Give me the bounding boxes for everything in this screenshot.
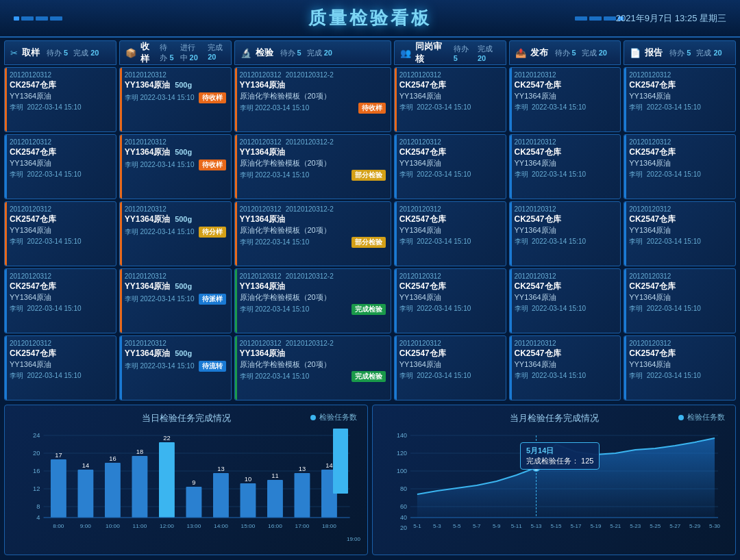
svg-marker-63 xyxy=(417,438,715,518)
card-shoucai-5[interactable]: 20120120312 YY1364原油 500g 李明 2022-03-14 … xyxy=(119,335,232,400)
cards-jianyan: 20120120312 20120120312-2 YY1364原油 原油化学检… xyxy=(234,67,391,400)
card-indicator xyxy=(5,269,7,333)
column-header-qucai: ✂ 取样 待办 5 完成 20 xyxy=(4,40,116,65)
card-indicator xyxy=(510,135,512,199)
card-baogao-4[interactable]: 20120120312 CK2547仓库 YY1364原油 李明 2022-03… xyxy=(624,268,736,333)
card-jianyan-3[interactable]: 20120120312 20120120312-2 YY1364原油 原油化学检… xyxy=(234,201,391,266)
card-qucai-5[interactable]: 20120120312 CK2547仓库 YY1364原油 李明 2022-03… xyxy=(4,335,116,400)
svg-text:14:00: 14:00 xyxy=(214,523,228,529)
svg-rect-18 xyxy=(132,456,147,518)
card-jianyan-5[interactable]: 20120120312 20120120312-2 YY1364原油 原油化学检… xyxy=(234,335,391,400)
svg-text:10: 10 xyxy=(245,476,251,483)
svg-text:5-29: 5-29 xyxy=(689,523,701,529)
col-stats-tongshen: 待办 5 完成 20 xyxy=(454,44,500,62)
card-tongshen-1[interactable]: 20120120312 CK2547仓库 YY1364原油 李明 2022-03… xyxy=(394,67,506,132)
svg-text:20: 20 xyxy=(33,450,40,457)
card-tongshen-3[interactable]: 20120120312 CK2547仓库 YY1364原油 李明 2022-03… xyxy=(394,201,506,266)
card-shoucai-2[interactable]: 20120120312 YY1364原油 500g 李明 2022-03-14 … xyxy=(119,134,232,199)
column-header-shoucai: 📦 收样 待办 5 进行中 20 完成 20 xyxy=(119,40,232,65)
svg-text:12:00: 12:00 xyxy=(160,523,174,529)
card-shoucai-3[interactable]: 20120120312 YY1364原油 500g 李明 2022-03-14 … xyxy=(119,201,232,266)
card-jianyan-1[interactable]: 20120120312 20120120312-2 YY1364原油 原油化学检… xyxy=(234,67,391,132)
scissors-icon: ✂ xyxy=(10,48,18,58)
card-indicator xyxy=(120,269,122,333)
svg-rect-47 xyxy=(333,429,348,494)
card-fabu-4[interactable]: 20120120312 CK2547仓库 YY1364原油 李明 2022-03… xyxy=(509,268,621,333)
svg-text:8: 8 xyxy=(36,503,40,510)
svg-text:5-11: 5-11 xyxy=(511,523,523,529)
svg-text:13: 13 xyxy=(299,466,306,472)
card-qucai-3[interactable]: 20120120312 CK2547仓库 YY1364原油 李明 2022-03… xyxy=(4,201,116,266)
card-qucai-4[interactable]: 20120120312 CK2547仓库 YY1364原油 李明 2022-03… xyxy=(4,268,116,333)
card-shoucai-4[interactable]: 20120120312 YY1364原油 500g 李明 2022-03-14 … xyxy=(119,268,232,333)
svg-text:5-23: 5-23 xyxy=(630,523,641,529)
card-indicator xyxy=(235,269,237,333)
cards-shoucai: 20120120312 YY1364原油 500g 李明 2022-03-14 … xyxy=(119,67,232,400)
card-qucai-2[interactable]: 20120120312 CK2547仓库 YY1364原油 李明 2022-03… xyxy=(4,134,116,199)
column-jianyan: 🔬 检验 待办 5 完成 20 20120120312 20120120312-… xyxy=(234,40,391,400)
card-indicator xyxy=(235,336,237,400)
svg-text:5-21: 5-21 xyxy=(610,523,621,529)
card-tongshen-4[interactable]: 20120120312 CK2547仓库 YY1364原油 李明 2022-03… xyxy=(394,268,506,333)
card-baogao-5[interactable]: 20120120312 CK2547仓库 YY1364原油 李明 2022-03… xyxy=(624,335,736,400)
svg-text:10:00: 10:00 xyxy=(106,523,120,529)
svg-text:9: 9 xyxy=(192,479,195,486)
card-fabu-5[interactable]: 20120120312 CK2547仓库 YY1364原油 李明 2022-03… xyxy=(509,335,621,400)
card-qucai-1[interactable]: 20120120312 CK2547仓库 YY1364原油 李明 2022-03… xyxy=(4,67,116,132)
card-baogao-3[interactable]: 20120120312 CK2547仓库 YY1364原油 李明 2022-03… xyxy=(624,201,736,266)
last-bar-svg: 19 xyxy=(330,429,357,518)
col-title-shoucai: 收样 xyxy=(140,40,153,65)
chart-daily-legend: 检验任务数 xyxy=(310,412,357,422)
card-indicator xyxy=(395,135,397,199)
card-indicator xyxy=(395,269,397,333)
card-indicator xyxy=(120,135,122,199)
svg-text:120: 120 xyxy=(397,450,407,457)
svg-text:16:00: 16:00 xyxy=(268,523,282,529)
card-indicator xyxy=(120,336,122,400)
card-indicator xyxy=(510,269,512,333)
svg-text:13:00: 13:00 xyxy=(187,523,201,529)
col-title-baogao: 报告 xyxy=(645,47,663,59)
card-tongshen-5[interactable]: 20120120312 CK2547仓库 YY1364原油 李明 2022-03… xyxy=(394,335,506,400)
header-datetime: 2021年9月7日 13:25 星期三 xyxy=(616,12,726,25)
card-fabu-3[interactable]: 20120120312 CK2547仓库 YY1364原油 李明 2022-03… xyxy=(509,201,621,266)
chart-daily-title: 当日检验任务完成情况 xyxy=(15,412,357,424)
svg-rect-12 xyxy=(51,459,66,518)
publish-icon: 📤 xyxy=(515,48,526,58)
svg-text:20: 20 xyxy=(400,524,407,531)
card-indicator xyxy=(120,202,122,266)
card-fabu-1[interactable]: 20120120312 CK2547仓库 YY1364原油 李明 2022-03… xyxy=(509,67,621,132)
svg-rect-28 xyxy=(267,480,283,518)
svg-text:14: 14 xyxy=(82,462,89,469)
svg-text:8:00: 8:00 xyxy=(53,523,64,529)
card-baogao-2[interactable]: 20120120312 CK2547仓库 YY1364原油 李明 2022-03… xyxy=(624,134,736,199)
svg-text:5-9: 5-9 xyxy=(493,523,501,529)
card-jianyan-2[interactable]: 20120120312 20120120312-2 YY1364原油 原油化学检… xyxy=(234,134,391,199)
card-indicator xyxy=(510,202,512,266)
svg-rect-14 xyxy=(77,470,93,518)
card-indicator xyxy=(624,269,626,333)
card-baogao-1[interactable]: 20120120312 CK2547仓库 YY1364原油 李明 2022-03… xyxy=(624,67,736,132)
col-stats-shoucai: 待办 5 进行中 20 完成 20 xyxy=(160,42,225,63)
bar-chart-daily: 24 20 16 12 8 4 17 14 16 18 22 xyxy=(15,429,357,535)
svg-text:5-1: 5-1 xyxy=(413,523,421,529)
svg-rect-20 xyxy=(159,442,175,518)
svg-text:5-19: 5-19 xyxy=(590,523,602,529)
col-title-jianyan: 检验 xyxy=(256,47,273,59)
card-fabu-2[interactable]: 20120120312 CK2547仓库 YY1364原油 李明 2022-03… xyxy=(509,134,621,199)
col-stats-jianyan: 待办 5 完成 20 xyxy=(280,48,333,58)
bar-chart-svg: 24 20 16 12 8 4 17 14 16 18 22 xyxy=(15,429,357,535)
card-tongshen-2[interactable]: 20120120312 CK2547仓库 YY1364原油 李明 2022-03… xyxy=(394,134,506,199)
svg-text:60: 60 xyxy=(400,503,407,510)
svg-text:11: 11 xyxy=(271,472,278,479)
box-icon: 📦 xyxy=(125,48,136,58)
header-deco-left xyxy=(14,16,62,21)
column-header-jianyan: 🔬 检验 待办 5 完成 20 xyxy=(234,40,391,65)
line-chart-svg: 140 120 100 80 60 40 20 xyxy=(383,429,725,535)
card-indicator xyxy=(235,68,237,131)
card-shoucai-1[interactable]: 20120120312 YY1364原油 500g 李明 2022-03-14 … xyxy=(119,67,232,132)
card-jianyan-4[interactable]: 20120120312 20120120312-2 YY1364原油 原油化学检… xyxy=(234,268,391,333)
svg-text:5-25: 5-25 xyxy=(650,523,661,529)
col-stats-qucai: 待办 5 完成 20 xyxy=(47,48,99,58)
legend-label-daily: 检验任务数 xyxy=(319,412,357,422)
